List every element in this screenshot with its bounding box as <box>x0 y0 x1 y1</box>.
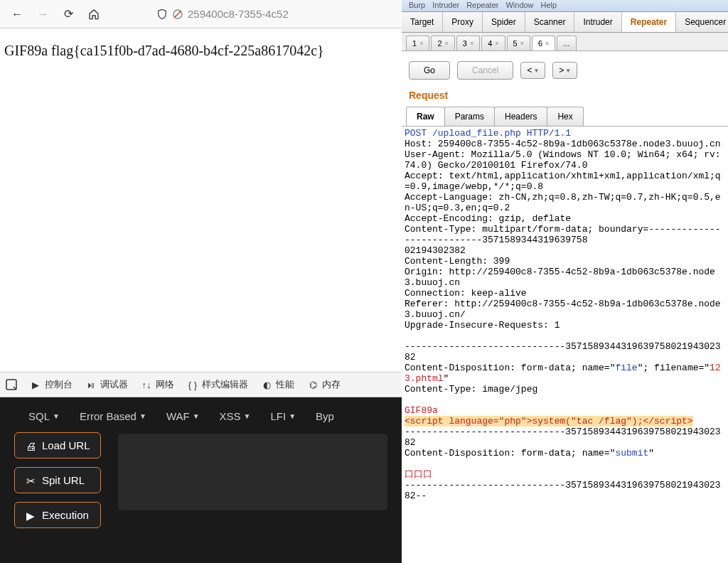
devtools-tab-memory[interactable]: ⌬内存 <box>307 378 341 391</box>
home-button[interactable] <box>82 3 105 26</box>
req-tab-hex[interactable]: Hex <box>547 107 583 126</box>
console-icon: ▶ <box>30 379 41 390</box>
close-icon[interactable]: × <box>545 40 549 47</box>
reload-button[interactable]: ⟳ <box>57 3 80 26</box>
tab-scanner[interactable]: Scanner <box>525 12 575 32</box>
devtools-tab-style-editor[interactable]: { }样式编辑器 <box>187 378 248 391</box>
request-view-tabs: Raw Params Headers Hex <box>402 107 728 127</box>
burp-menu-intruder[interactable]: Intruder <box>432 1 459 9</box>
debugger-icon: ⏯ <box>85 379 97 390</box>
hackbar-url-input[interactable] <box>118 434 387 510</box>
close-icon[interactable]: × <box>520 40 524 47</box>
caret-down-icon: ▼ <box>139 412 146 420</box>
spit-icon: ✂ <box>25 475 36 486</box>
subtab-2[interactable]: 2× <box>431 36 454 50</box>
dropdown-icon: ▼ <box>533 68 539 74</box>
burp-menubar: Burp Intruder Repeater Window Help <box>402 0 728 11</box>
tab-sequencer[interactable]: Sequencer <box>676 12 728 32</box>
raw-request-editor[interactable]: POST /upload_file.php HTTP/1.1 Host: 259… <box>402 127 728 563</box>
blocked-icon <box>172 9 183 20</box>
repeater-controls: Go Cancel <▼ >▼ <box>402 51 728 85</box>
spit-url-button[interactable]: ✂Spit URL <box>14 467 101 493</box>
subtab-3[interactable]: 3× <box>456 36 480 50</box>
devtools-tab-console[interactable]: ▶控制台 <box>30 378 73 391</box>
caret-down-icon: ▼ <box>289 412 296 420</box>
hackbar-menu: SQL▼ Error Based▼ WAF▼ XSS▼ LFI▼ Byp <box>0 397 402 432</box>
devtools-tab-performance[interactable]: ◐性能 <box>261 378 294 391</box>
subtab-more[interactable]: ... <box>557 36 576 50</box>
load-url-button[interactable]: 🖨Load URL <box>14 432 101 459</box>
devtools-toolbar: ▶控制台 ⏯调试器 ↑↓网络 { }样式编辑器 ◐性能 ⌬内存 <box>0 372 402 397</box>
page-body-text: GIF89a flag{ca151f0b-d7ad-4680-b4cf-225a… <box>0 28 402 73</box>
memory-icon: ⌬ <box>307 379 318 390</box>
close-icon[interactable]: × <box>495 40 498 47</box>
close-icon[interactable]: × <box>419 40 423 47</box>
caret-down-icon: ▼ <box>193 412 200 420</box>
req-tab-headers[interactable]: Headers <box>494 107 547 126</box>
home-icon <box>88 9 100 20</box>
hackbar-menu-sql[interactable]: SQL▼ <box>28 410 60 422</box>
burp-menu-repeater[interactable]: Repeater <box>466 1 498 9</box>
tab-spider[interactable]: Spider <box>483 12 525 32</box>
subtab-1[interactable]: 1× <box>406 36 429 50</box>
devtools-tab-network[interactable]: ↑↓网络 <box>141 378 174 391</box>
execution-button[interactable]: ▶Execution <box>14 502 101 528</box>
subtab-6[interactable]: 6× <box>532 36 555 50</box>
cancel-button[interactable]: Cancel <box>457 61 513 80</box>
network-icon: ↑↓ <box>141 379 152 390</box>
svg-line-1 <box>174 11 181 17</box>
caret-down-icon: ▼ <box>53 412 60 420</box>
tab-target[interactable]: Target <box>402 12 443 32</box>
style-icon: { } <box>187 379 198 390</box>
req-tab-params[interactable]: Params <box>444 107 495 126</box>
hackbar-menu-error[interactable]: Error Based▼ <box>80 410 146 422</box>
perf-icon: ◐ <box>261 379 272 390</box>
burp-menu-window[interactable]: Window <box>505 1 533 9</box>
subtab-4[interactable]: 4× <box>481 36 505 50</box>
hackbar-menu-lfi[interactable]: LFI▼ <box>270 410 296 422</box>
burp-main-tabs: Target Proxy Spider Scanner Intruder Rep… <box>402 11 728 33</box>
load-icon: 🖨 <box>25 440 36 451</box>
hackbar-menu-xss[interactable]: XSS▼ <box>220 410 251 422</box>
close-icon[interactable]: × <box>470 40 473 47</box>
burp-menu-help[interactable]: Help <box>541 1 557 9</box>
request-section-label: Request <box>402 85 728 107</box>
url-text: 259400c8-7355-4c52 <box>188 8 289 20</box>
burp-panel: Burp Intruder Repeater Window Help Targe… <box>402 0 728 563</box>
forward-button[interactable]: → <box>31 3 54 26</box>
hackbar-menu-waf[interactable]: WAF▼ <box>166 410 200 422</box>
devtools-tab-debugger[interactable]: ⏯调试器 <box>85 378 128 391</box>
req-tab-raw[interactable]: Raw <box>406 107 445 126</box>
burp-menu-burp[interactable]: Burp <box>409 1 425 9</box>
repeater-subtabs: 1× 2× 3× 4× 5× 6× ... <box>402 33 728 51</box>
subtab-5[interactable]: 5× <box>507 36 530 50</box>
go-button[interactable]: Go <box>409 61 450 80</box>
hackbar-menu-bypass[interactable]: Byp <box>316 410 334 422</box>
history-forward-button[interactable]: >▼ <box>552 62 577 79</box>
tab-intruder[interactable]: Intruder <box>574 12 621 32</box>
hackbar-panel: SQL▼ Error Based▼ WAF▼ XSS▼ LFI▼ Byp 🖨Lo… <box>0 397 402 563</box>
caret-down-icon: ▼ <box>244 412 251 420</box>
inspector-icon[interactable] <box>6 379 17 390</box>
tab-repeater[interactable]: Repeater <box>622 12 676 32</box>
exec-icon: ▶ <box>25 510 36 521</box>
close-icon[interactable]: × <box>445 40 449 47</box>
shield-icon <box>156 9 168 20</box>
dropdown-icon: ▼ <box>565 68 571 74</box>
back-button[interactable]: ← <box>6 3 28 26</box>
tab-proxy[interactable]: Proxy <box>443 12 483 32</box>
history-back-button[interactable]: <▼ <box>520 62 545 79</box>
